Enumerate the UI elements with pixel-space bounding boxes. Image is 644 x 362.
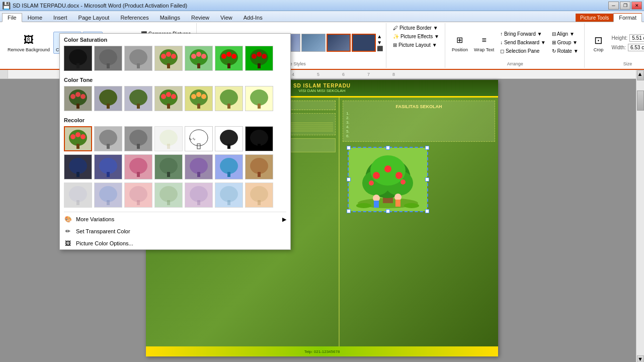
tone-swatch-6[interactable] [215, 86, 243, 111]
ribbon-group-arrange: ⊞ Position ≡ Wrap Text ↑ Bring Forward ▼… [446, 23, 585, 68]
tone-swatch-5[interactable] [185, 86, 213, 111]
recolor-title: Recolor [60, 114, 290, 125]
saturation-swatch-2[interactable] [94, 46, 122, 71]
tab-view[interactable]: View [215, 13, 238, 22]
close-button[interactable]: ✕ [631, 2, 642, 10]
position-button[interactable]: ⊞ Position [449, 32, 470, 54]
tab-mailings[interactable]: Mailings [154, 13, 186, 22]
handle-tm[interactable] [386, 146, 390, 150]
tab-format[interactable]: Format [613, 13, 642, 22]
tone-swatch-2[interactable] [94, 86, 122, 111]
align-button[interactable]: ⊟ Align ▼ [549, 30, 581, 38]
remove-bg-label: Remove Background [8, 47, 50, 52]
tab-picture-tools[interactable]: Picture Tools [576, 14, 613, 22]
tab-add-ins[interactable]: Add-Ins [238, 13, 268, 22]
color-options-item[interactable]: 🖼 Picture Color Options... [60, 237, 290, 249]
recolor-gray-light[interactable] [64, 183, 92, 208]
recolor-black[interactable] [245, 126, 273, 151]
tone-swatch-3[interactable] [124, 86, 152, 111]
picture-layout-button[interactable]: ⊞ Picture Layout ▼ [390, 41, 439, 49]
recolor-blue-pale[interactable] [215, 183, 243, 208]
svg-point-8 [161, 54, 166, 59]
wrap-text-button[interactable]: ≡ Wrap Text [471, 32, 497, 54]
svg-point-4 [129, 49, 147, 65]
saturation-swatch-3[interactable] [124, 46, 152, 71]
width-input[interactable] [628, 44, 644, 51]
recolor-gray1[interactable] [94, 126, 122, 151]
recolor-light-yellow[interactable] [154, 126, 183, 151]
recolor-pink[interactable] [124, 154, 152, 179]
style-thumb-selected[interactable] [352, 34, 376, 52]
tone-swatch-4[interactable] [154, 86, 183, 111]
tab-page-layout[interactable]: Page Layout [73, 13, 115, 22]
scroll-up-button[interactable]: ▲ [637, 70, 644, 80]
bring-forward-button[interactable]: ↑ Bring Forward ▼ [498, 30, 548, 38]
item-6: 6. [346, 134, 492, 138]
tab-file[interactable]: File [2, 13, 22, 22]
handle-mr[interactable] [425, 177, 429, 182]
height-input[interactable] [629, 34, 644, 42]
recolor-purple[interactable] [185, 154, 213, 179]
crop-button[interactable]: ⊡ Crop [589, 32, 609, 54]
handle-tr[interactable] [425, 146, 429, 150]
recolor-blue-light[interactable] [94, 183, 122, 208]
group-button[interactable]: ⊞ Group ▼ [549, 39, 581, 46]
handle-tl[interactable] [347, 146, 351, 150]
svg-point-81 [69, 186, 87, 202]
saturation-swatch-1[interactable] [64, 46, 92, 71]
title-bar-left: 💾 SD ISLAM TERPADU.docx - Microsoft Word… [2, 2, 187, 10]
send-backward-button[interactable]: ↓ Send Backward ▼ [498, 39, 548, 46]
recolor-sketch2[interactable] [215, 126, 243, 151]
style-thumb-6[interactable] [327, 34, 351, 52]
saturation-swatch-6[interactable] [215, 46, 243, 71]
recolor-green-dark[interactable] [154, 154, 183, 179]
saturation-swatch-4[interactable] [154, 46, 183, 71]
vertical-scrollbar[interactable]: ▲ ▼ [636, 70, 644, 362]
recolor-green-light[interactable] [154, 183, 183, 208]
saturation-swatch-5[interactable] [185, 46, 213, 71]
style-up-arrow[interactable]: ▲ [377, 34, 383, 39]
svg-point-13 [191, 54, 196, 59]
more-variations-item[interactable]: 🎨 More Variations ▶ [60, 213, 290, 225]
svg-rect-22 [258, 63, 261, 68]
recolor-brown[interactable] [245, 154, 273, 179]
tab-references[interactable]: References [115, 13, 154, 22]
tab-review[interactable]: Review [186, 13, 215, 22]
handle-bm[interactable] [386, 209, 390, 213]
style-more-arrow[interactable]: ⬛ [377, 46, 383, 51]
recolor-blue[interactable] [94, 154, 122, 179]
svg-rect-88 [167, 200, 170, 205]
handle-ml[interactable] [347, 177, 351, 182]
scroll-down-button[interactable]: ▼ [637, 355, 644, 362]
style-thumb-5[interactable] [301, 34, 326, 52]
set-transparent-item[interactable]: ✏ Set Transparent Color [60, 225, 290, 237]
scroll-thumb[interactable] [637, 90, 644, 111]
wrap-text-icon: ≡ [477, 33, 491, 47]
restore-button[interactable]: ❐ [620, 2, 630, 10]
picture-border-button[interactable]: 🖊 Picture Border ▼ [390, 24, 440, 32]
selection-box[interactable] [348, 147, 428, 212]
recolor-dark-blue[interactable] [64, 154, 92, 179]
tab-home[interactable]: Home [22, 13, 48, 22]
recolor-pink-light[interactable] [124, 183, 152, 208]
recolor-sketch1[interactable]: ∿∿ [185, 126, 213, 151]
remove-background-button[interactable]: 🖼 Remove Background [5, 32, 52, 54]
rotate-button[interactable]: ↻ Rotate ▼ [549, 47, 581, 55]
minimize-button[interactable]: ─ [608, 2, 619, 10]
tab-insert[interactable]: Insert [48, 13, 73, 22]
picture-effects-button[interactable]: ✨ Picture Effects ▼ [390, 33, 442, 40]
recolor-orange-light[interactable] [245, 183, 273, 208]
recolor-light-blue[interactable] [215, 154, 243, 179]
style-down-arrow[interactable]: ▼ [377, 40, 383, 45]
recolor-original[interactable] [64, 126, 92, 151]
handle-br[interactable] [425, 209, 429, 213]
saturation-swatch-7[interactable] [245, 46, 273, 71]
recolor-purple-light[interactable] [185, 183, 213, 208]
svg-rect-1 [76, 63, 79, 68]
title-bar-buttons: ─ ❐ ✕ [608, 2, 642, 10]
tone-swatch-1[interactable] [64, 86, 92, 111]
handle-bl[interactable] [347, 209, 351, 213]
tone-swatch-7[interactable] [245, 86, 273, 111]
selection-pane-button[interactable]: ◻ Selection Pane [498, 47, 548, 55]
recolor-gray2[interactable] [124, 126, 152, 151]
